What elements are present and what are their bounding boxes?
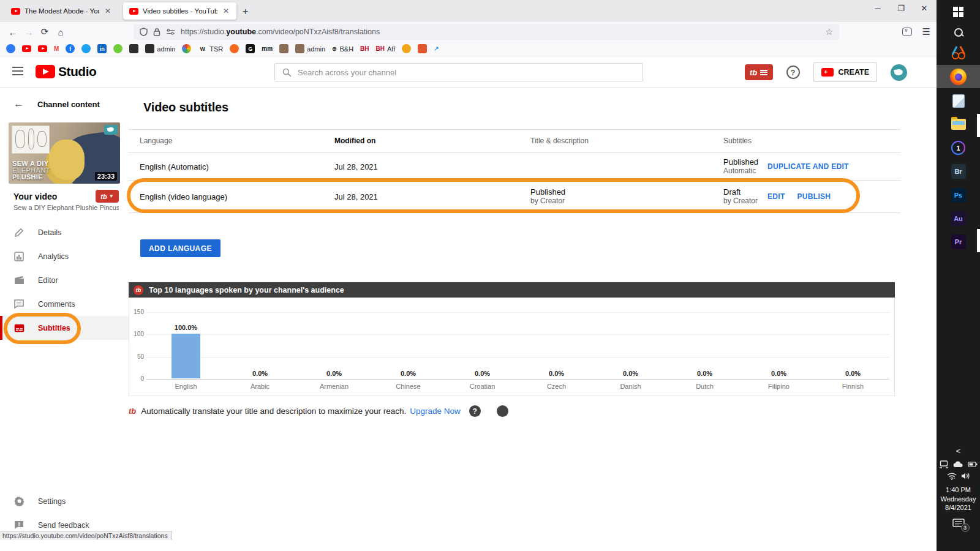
create-button[interactable]: CREATE xyxy=(813,62,877,82)
audition-icon[interactable]: Au xyxy=(937,209,980,228)
globe-bookmark-bookmark[interactable]: ⊕B&H xyxy=(332,44,353,53)
column-header[interactable]: Modified on xyxy=(334,130,375,152)
file-explorer-icon[interactable] xyxy=(937,115,980,133)
cell-value: Published xyxy=(530,187,565,197)
notifications-button[interactable]: 3 xyxy=(937,519,980,529)
edit-link[interactable]: EDIT xyxy=(767,192,785,201)
mm-bookmark-bookmark[interactable]: mm xyxy=(262,44,273,53)
column-header[interactable]: Subtitles xyxy=(723,130,752,152)
sidebar-item-settings[interactable]: Settings xyxy=(0,489,129,513)
green-app-bookmark-bookmark[interactable] xyxy=(113,44,123,53)
tab-close-icon[interactable]: ✕ xyxy=(104,7,112,15)
studio-logo[interactable]: Studio xyxy=(36,64,96,79)
hamburger-menu-icon[interactable] xyxy=(12,67,23,75)
one-app-icon[interactable]: 1 xyxy=(937,138,980,157)
orange-app-bookmark-bookmark[interactable] xyxy=(418,44,427,53)
tubebuddy-dropdown[interactable]: tb ▼ xyxy=(96,190,119,203)
tubebuddy-button[interactable]: tb xyxy=(745,64,773,80)
snip-icon[interactable] xyxy=(937,43,980,62)
url-bar[interactable]: https://studio.youtube.com/video/poNTxzA… xyxy=(134,24,839,40)
restore-button[interactable]: ❐ xyxy=(897,4,905,13)
avatar-bookmark-bookmark[interactable] xyxy=(129,44,138,53)
facebook-bookmark-bookmark[interactable]: f xyxy=(66,44,75,53)
bh-bookmark-bookmark[interactable]: BH xyxy=(360,44,369,53)
avatar-photo-bookmark-bookmark[interactable] xyxy=(279,44,288,53)
lock-icon[interactable] xyxy=(153,28,160,36)
avatar-bookmark-bookmark[interactable]: admin xyxy=(145,44,175,53)
video-thumbnail[interactable]: SEW A DIY ELEPHANT PLUSHIE 23:33 xyxy=(9,122,120,184)
youtube-favicon xyxy=(129,8,138,15)
browser-menu-icon[interactable]: ☰ xyxy=(922,26,930,37)
bookmark-star-icon[interactable]: ☆ xyxy=(825,27,833,37)
cast-icon[interactable] xyxy=(939,460,949,468)
column-header[interactable]: Title & description xyxy=(530,130,589,152)
taskbar-search-icon[interactable] xyxy=(937,24,980,40)
trending-bookmark-icon: ↗ xyxy=(434,44,439,53)
photoshop-icon[interactable]: Ps xyxy=(937,186,980,204)
linkedin-bookmark-icon: in xyxy=(97,44,107,53)
wordpress-bookmark-bookmark[interactable]: WTSR xyxy=(198,44,223,53)
table-row[interactable]: English (video language)Jul 28, 2021Publ… xyxy=(129,181,900,213)
linkedin-bookmark-bookmark[interactable]: in xyxy=(97,44,107,53)
column-header[interactable]: Language xyxy=(140,130,172,152)
thumbnail-title-text: SEW A DIY ELEPHANT PLUSHIE xyxy=(12,160,50,181)
new-tab-button[interactable]: + xyxy=(243,6,248,17)
publish-link[interactable]: PUBLISH xyxy=(797,192,831,201)
back-arrow-icon[interactable]: ← xyxy=(13,98,24,110)
colorful-app-bookmark-bookmark[interactable] xyxy=(182,44,191,53)
battery-icon[interactable] xyxy=(968,461,978,468)
adobe-bridge-icon[interactable]: Br xyxy=(937,162,980,181)
channel-avatar[interactable] xyxy=(891,64,907,81)
home-button[interactable]: ⌂ xyxy=(53,27,69,37)
upgrade-now-link[interactable]: Upgrade Now xyxy=(410,407,461,416)
table-row[interactable]: English (Automatic)Jul 28, 2021Published… xyxy=(129,153,900,181)
tab-modest-abode[interactable]: The Modest Abode - YouTube ✕ xyxy=(5,2,118,20)
minimize-button[interactable]: ─ xyxy=(873,4,882,13)
sidebar-item-editor[interactable]: Editor xyxy=(0,268,129,292)
tab-video-subtitles[interactable]: Video subtitles - YouTube Studi ✕ xyxy=(123,2,236,20)
help-icon[interactable]: ? xyxy=(786,66,800,79)
back-button[interactable]: ← xyxy=(5,27,21,37)
promo-help-icon[interactable]: ? xyxy=(469,405,481,417)
tubebuddy-widget-icon[interactable] xyxy=(497,405,508,417)
blue-app-bookmark-bookmark[interactable] xyxy=(6,44,15,53)
forward-button[interactable]: → xyxy=(21,27,37,37)
reload-button[interactable]: ⟳ xyxy=(37,26,53,37)
close-button[interactable]: ✕ xyxy=(920,4,929,13)
shield-icon[interactable] xyxy=(140,28,148,36)
add-language-button[interactable]: ADD LANGUAGE xyxy=(140,239,221,257)
bh-aff-bookmark-bookmark[interactable]: BHAff xyxy=(376,44,396,53)
dark-app-bookmark-bookmark[interactable]: G xyxy=(246,44,255,53)
studio-search[interactable] xyxy=(274,63,643,81)
sidebar-item-comments[interactable]: Comments xyxy=(0,292,129,316)
start-icon[interactable] xyxy=(937,4,980,20)
sidebar-item-details[interactable]: Details xyxy=(0,220,129,244)
orange-burst-bookmark-bookmark[interactable] xyxy=(230,44,239,53)
firefox-icon[interactable] xyxy=(937,65,980,88)
onedrive-cloud-icon[interactable] xyxy=(953,461,963,468)
duplicate-and-edit-link[interactable]: DUPLICATE AND EDIT xyxy=(767,162,849,171)
sidebar-item-subtitles[interactable]: Subtitles xyxy=(0,316,129,340)
youtube-bookmark-bookmark[interactable] xyxy=(38,44,47,53)
yellow-app-bookmark-bookmark[interactable] xyxy=(402,44,411,53)
bookmark-label: TSR xyxy=(209,45,223,53)
wifi-icon[interactable]: * xyxy=(947,472,957,480)
channel-content-back[interactable]: ← Channel content xyxy=(0,96,129,113)
hidden-icons-chevron[interactable]: < xyxy=(937,446,980,455)
sidebar-item-analytics[interactable]: Analytics xyxy=(0,244,129,268)
trending-bookmark-bookmark[interactable]: ↗ xyxy=(434,44,439,53)
tab-close-icon[interactable]: ✕ xyxy=(222,7,230,15)
twitter-bookmark-bookmark[interactable] xyxy=(81,44,91,53)
search-input[interactable] xyxy=(298,68,635,77)
permissions-icon[interactable] xyxy=(166,28,175,36)
volume-icon[interactable] xyxy=(961,472,970,480)
avatar-photo-bookmark-bookmark[interactable]: admin xyxy=(295,44,325,53)
video-camera-icon xyxy=(821,68,834,77)
taskbar-clock[interactable]: 1:40 PM Wednesday 8/4/2021 xyxy=(937,485,980,512)
notepad-icon[interactable] xyxy=(937,92,980,110)
avatar-bookmark-icon xyxy=(129,44,138,53)
pocket-icon[interactable] xyxy=(902,28,912,36)
premiere-icon[interactable]: Pr xyxy=(937,233,980,251)
youtube-bookmark-bookmark[interactable] xyxy=(22,44,31,53)
gmail-bookmark-bookmark[interactable]: M xyxy=(54,44,59,53)
